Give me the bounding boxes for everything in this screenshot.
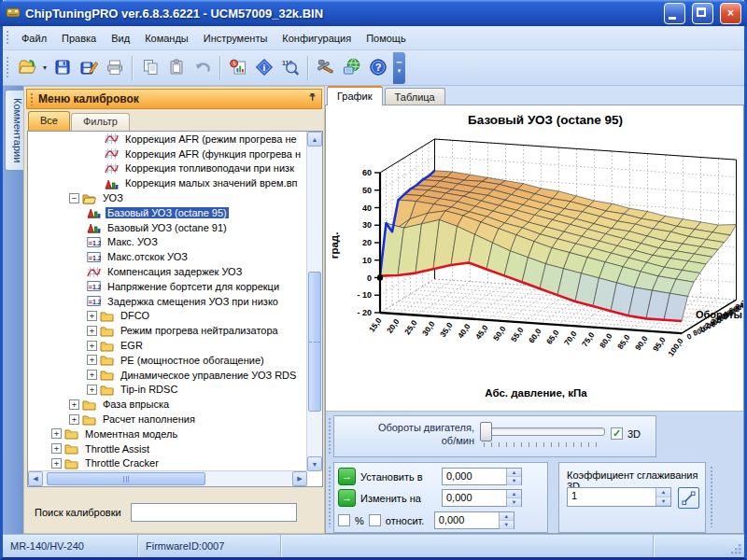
smoothing-apply-button[interactable]	[678, 487, 699, 509]
zoom-button[interactable]: 110	[277, 54, 303, 82]
scroll-right-icon[interactable]: ▶	[292, 471, 307, 486]
tree-item[interactable]: +Динамическое управление УОЗ RDS	[28, 368, 307, 383]
calibration-tab-filter[interactable]: Фильтр	[71, 113, 130, 131]
tree-item[interactable]: =1.2Напряжение бортсети для коррекци	[28, 279, 307, 294]
tree-item[interactable]: =1.2Макс.отскок УОЗ	[28, 249, 307, 264]
paste-button[interactable]	[163, 54, 190, 82]
tree-item[interactable]: =1.2Задержка смещения УОЗ при низко	[28, 294, 307, 309]
expand-icon[interactable]: +	[51, 458, 62, 469]
checkbox-3d[interactable]: ✓	[611, 427, 623, 440]
tree-item[interactable]: +Tip-in RDSC	[28, 383, 307, 398]
checkbox-percent[interactable]	[338, 514, 350, 526]
folder-icon	[82, 399, 97, 411]
expand-icon[interactable]: +	[87, 326, 97, 336]
collapse-icon[interactable]: −	[69, 193, 79, 203]
smoothing-spinner[interactable]: 1 ▲▼	[567, 487, 671, 507]
rpm-slider-track[interactable]	[482, 427, 605, 436]
undo-button[interactable]	[190, 54, 216, 82]
open-button[interactable]	[14, 54, 40, 82]
expand-icon[interactable]: +	[87, 341, 97, 351]
expand-icon[interactable]: +	[51, 443, 62, 454]
expand-icon[interactable]: +	[51, 428, 62, 439]
tree-item[interactable]: Коррекция малых значений врем.вп	[28, 175, 307, 190]
minimize-button[interactable]	[664, 3, 685, 24]
expand-icon[interactable]: +	[87, 311, 97, 321]
tree-item[interactable]: +Режим прогрева нейтрализатора	[28, 323, 307, 338]
expand-icon[interactable]: +	[87, 385, 97, 395]
expand-icon[interactable]: +	[87, 355, 97, 365]
expand-icon[interactable]: +	[87, 370, 97, 380]
main-tab-table[interactable]: Таблица	[385, 88, 445, 105]
settings-button[interactable]	[313, 54, 339, 82]
menu-item-commands[interactable]: Команды	[137, 30, 196, 47]
copy-button[interactable]	[137, 54, 163, 82]
search-input[interactable]	[131, 503, 297, 522]
vscroll-thumb[interactable]	[308, 272, 321, 412]
tree-item[interactable]: +PE (мощностное обогащение)	[28, 353, 307, 368]
help-button[interactable]: ?	[365, 54, 391, 82]
change-value-spinner[interactable]: 0,000 ▲▼	[442, 489, 522, 507]
tree-item[interactable]: −УОЗ	[28, 190, 307, 205]
apply-set-button[interactable]: →	[338, 468, 356, 485]
apply-change-button[interactable]: →	[338, 489, 356, 507]
info-button[interactable]: i	[251, 54, 277, 82]
tree-item[interactable]: +Throttle Assist	[28, 441, 307, 456]
expand-icon[interactable]: +	[69, 399, 79, 410]
save-edit-button[interactable]	[76, 54, 102, 82]
tree-item[interactable]: Базовый УОЗ (octane 91)	[28, 220, 307, 235]
menu-item-tools[interactable]: Инструменты	[196, 30, 275, 47]
tree-horizontal-scrollbar[interactable]: ◀ ▶	[28, 470, 307, 486]
tree-item[interactable]: +Моментная модель	[28, 427, 307, 441]
panel-grip[interactable]	[30, 92, 35, 105]
hscroll-thumb[interactable]	[47, 472, 205, 485]
checkbox-relative[interactable]	[369, 514, 381, 526]
tree-item[interactable]: +Расчет наполнения	[28, 412, 307, 427]
menu-item-edit[interactable]: Правка	[54, 30, 104, 47]
save-button[interactable]	[49, 54, 76, 82]
compare-button[interactable]	[225, 54, 251, 82]
scroll-left-icon[interactable]: ◀	[28, 471, 43, 486]
tree-item[interactable]: Компенсация задержек УОЗ	[28, 264, 307, 279]
toolbar-grip[interactable]	[6, 56, 10, 80]
scroll-up-icon[interactable]: ▲	[307, 132, 322, 147]
panel-grip[interactable]	[328, 466, 332, 527]
calibration-tab-all[interactable]: Все	[28, 111, 70, 131]
open-dropdown-icon[interactable]: ▾	[40, 54, 49, 82]
tree-item[interactable]: =1.2Макс. УОЗ	[28, 235, 307, 250]
internet-button[interactable]	[339, 54, 365, 82]
tree-vertical-scrollbar[interactable]: ▲ ▼	[306, 132, 322, 471]
menu-item-file[interactable]: Файл	[14, 30, 54, 47]
maximize-button[interactable]	[692, 3, 713, 24]
tree-item[interactable]: +EGR	[28, 338, 307, 353]
surface-chart[interactable]: 6050403020100- 10- 2015,020,025,030,035,…	[326, 105, 743, 411]
menu-item-help[interactable]: Помощь	[359, 30, 414, 47]
tree-item[interactable]: +DFCO	[28, 309, 307, 324]
pin-icon[interactable]	[307, 92, 317, 105]
relative-value-spinner[interactable]: 0,000 ▲▼	[434, 511, 514, 529]
comments-tab[interactable]: Комментарии	[5, 90, 24, 171]
menu-item-configuration[interactable]: Конфигурация	[275, 30, 359, 47]
expand-icon[interactable]: +	[69, 414, 79, 425]
resize-grip-icon[interactable]	[729, 542, 742, 557]
set-value-spinner[interactable]: 0,000 ▲▼	[442, 468, 522, 485]
menu-bar: ФайлПравкаВидКомандыИнструментыКонфигура…	[3, 26, 744, 50]
tree-item[interactable]: Базовый УОЗ (octane 95)	[28, 205, 307, 220]
tree-item[interactable]: +Throttle Cracker	[28, 456, 307, 471]
panel-grip[interactable]	[328, 417, 332, 455]
tree-item[interactable]: Коррекция AFR (режим прогрева не	[28, 132, 307, 147]
rpm-slider-thumb[interactable]	[480, 422, 492, 441]
main-tab-graph[interactable]: График	[327, 86, 383, 105]
tree-item[interactable]: Коррекция AFR (функция прогрева н	[28, 147, 307, 161]
toolbar-overflow-button[interactable]: ▔▾	[393, 52, 405, 84]
print-icon	[106, 58, 124, 78]
search-label: Поиск калибровки	[35, 507, 121, 518]
tree-item[interactable]: Коррекция топливоподачи при низк	[28, 161, 307, 176]
print-button[interactable]	[102, 54, 128, 82]
tree-item[interactable]: +Фаза впрыска	[28, 397, 307, 412]
scroll-down-icon[interactable]: ▼	[307, 456, 322, 471]
panel-grip[interactable]	[710, 466, 714, 527]
menu-item-view[interactable]: Вид	[104, 30, 137, 47]
menu-grip[interactable]	[6, 30, 10, 47]
window-title: ChipTuningPRO ver.6.8.3.6221 - UCM57009_…	[25, 7, 657, 21]
close-button[interactable]: ×	[720, 3, 741, 24]
